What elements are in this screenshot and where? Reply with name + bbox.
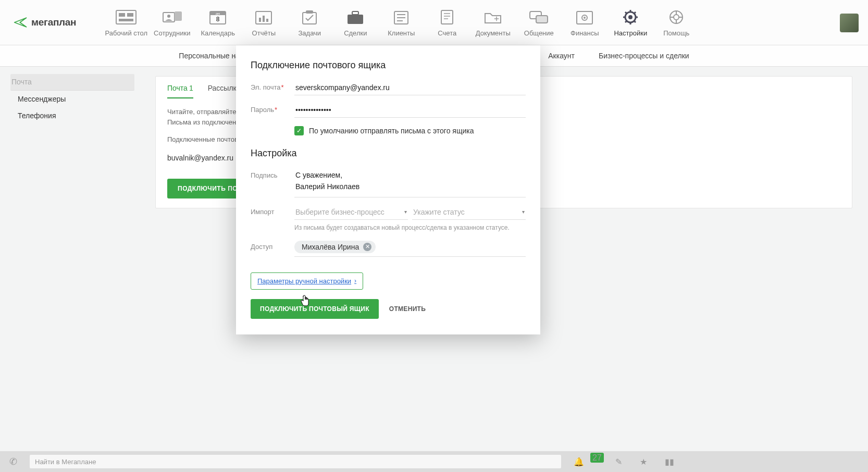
nav-chat[interactable]: Общение xyxy=(516,8,562,37)
svg-rect-3 xyxy=(119,19,133,21)
logo[interactable]: мегаплан xyxy=(14,15,76,30)
logo-text: мегаплан xyxy=(31,17,76,28)
plane-icon xyxy=(14,15,28,30)
svg-line-39 xyxy=(634,21,636,22)
reports-icon xyxy=(252,8,276,26)
svg-rect-16 xyxy=(306,10,313,14)
access-label: Доступ xyxy=(251,241,294,251)
modal-overlay: Подключение почтового ящика Эл. почта* П… xyxy=(0,45,868,472)
briefcase-icon xyxy=(343,8,367,26)
email-label: Эл. почта xyxy=(251,83,281,91)
chevron-right-icon: › xyxy=(354,277,356,284)
calendar-icon: дек8 xyxy=(206,8,230,26)
tasks-icon xyxy=(297,8,321,26)
notifications-icon[interactable]: 🔔27 xyxy=(574,457,598,467)
import-hint: Из письма будет создаваться новый процес… xyxy=(294,224,526,231)
global-search-input[interactable]: Найти в Мегаплане xyxy=(30,455,561,468)
svg-rect-23 xyxy=(441,10,453,24)
svg-rect-18 xyxy=(352,11,358,15)
chevron-down-icon: ▾ xyxy=(404,209,407,215)
svg-rect-28 xyxy=(536,16,548,23)
modal-title-connection: Подключение почтового ящика xyxy=(251,60,526,71)
nav-reports[interactable]: Отчёты xyxy=(241,8,287,37)
nav-tasks[interactable]: Задачи xyxy=(287,8,332,37)
invoice-icon xyxy=(435,8,459,26)
nav-settings[interactable]: Настройки xyxy=(607,8,653,37)
svg-text:дек: дек xyxy=(216,12,220,15)
nav-finance[interactable]: Финансы xyxy=(562,8,607,37)
access-user-chip: Михалёва Ирина ✕ xyxy=(294,241,376,253)
favorites-icon[interactable]: ★ xyxy=(640,457,647,467)
nav-employees[interactable]: Сотрудники xyxy=(149,8,195,37)
default-sender-label: По умолчанию отправлять письма с этого я… xyxy=(309,127,474,135)
password-label: Пароль xyxy=(251,106,274,114)
nav-help[interactable]: Помощь xyxy=(653,8,699,37)
drafts-icon[interactable]: ✎ xyxy=(615,457,622,467)
nav-calendar[interactable]: дек8 Календарь xyxy=(195,8,241,37)
advanced-settings-link[interactable]: Параметры ручной настройки › xyxy=(251,272,363,290)
svg-rect-14 xyxy=(266,19,268,22)
topbar: мегаплан Рабочий стол Сотрудники дек8 Ка… xyxy=(0,0,868,45)
gear-icon xyxy=(618,8,642,26)
svg-point-31 xyxy=(584,17,586,19)
connect-mailbox-modal: Подключение почтового ящика Эл. почта* П… xyxy=(236,45,540,334)
phone-icon[interactable]: ✆ xyxy=(9,456,17,467)
nav-invoices[interactable]: Счета xyxy=(424,8,470,37)
process-select[interactable]: Выберите бизнес-процесс▾ xyxy=(294,206,408,220)
lifebuoy-icon xyxy=(664,8,688,26)
email-input[interactable] xyxy=(294,81,526,95)
svg-rect-13 xyxy=(263,16,265,22)
import-label: Импорт xyxy=(251,206,294,216)
users-icon xyxy=(160,8,184,26)
user-avatar[interactable] xyxy=(840,14,859,32)
password-input[interactable] xyxy=(294,104,526,118)
safe-icon xyxy=(573,8,597,26)
svg-rect-1 xyxy=(119,13,125,17)
main-nav: Рабочий стол Сотрудники дек8 Календарь О… xyxy=(103,8,699,37)
remove-chip-icon[interactable]: ✕ xyxy=(363,243,371,251)
svg-rect-12 xyxy=(259,18,261,22)
svg-line-38 xyxy=(625,12,627,14)
nav-clients[interactable]: Клиенты xyxy=(378,8,424,37)
nav-deals[interactable]: Сделки xyxy=(332,8,378,37)
svg-line-40 xyxy=(634,12,636,14)
submit-connect-button[interactable]: ПОДКЛЮЧИТЬ ПОЧТОВЫЙ ЯЩИК xyxy=(251,299,379,319)
svg-line-41 xyxy=(625,21,627,22)
clients-icon xyxy=(389,8,413,26)
status-select[interactable]: Укажите статус▾ xyxy=(412,206,526,220)
svg-rect-17 xyxy=(348,15,363,24)
signature-label: Подпись xyxy=(251,169,294,179)
nav-documents[interactable]: Документы xyxy=(470,8,516,37)
signature-input[interactable]: С уважением, Валерий Николаев xyxy=(294,169,526,197)
svg-point-5 xyxy=(167,15,170,18)
bottom-bar: ✆ Найти в Мегаплане 🔔27 ✎ ★ ▮▮ xyxy=(0,451,868,472)
dashboard-icon xyxy=(114,8,138,26)
svg-point-33 xyxy=(628,15,633,19)
chevron-down-icon: ▾ xyxy=(522,209,525,215)
svg-rect-0 xyxy=(116,10,136,24)
svg-point-43 xyxy=(674,15,679,20)
chat-icon xyxy=(527,8,551,26)
tasks-panel-icon[interactable]: ▮▮ xyxy=(665,457,674,467)
svg-rect-2 xyxy=(127,13,133,17)
nav-dashboard[interactable]: Рабочий стол xyxy=(103,8,149,37)
svg-text:8: 8 xyxy=(216,16,220,23)
default-sender-checkbox[interactable]: ✓ xyxy=(294,126,304,135)
svg-rect-6 xyxy=(175,11,182,21)
folder-icon xyxy=(481,8,505,26)
modal-title-settings: Настройка xyxy=(251,148,526,159)
cancel-button[interactable]: ОТМЕНИТЬ xyxy=(389,305,426,313)
